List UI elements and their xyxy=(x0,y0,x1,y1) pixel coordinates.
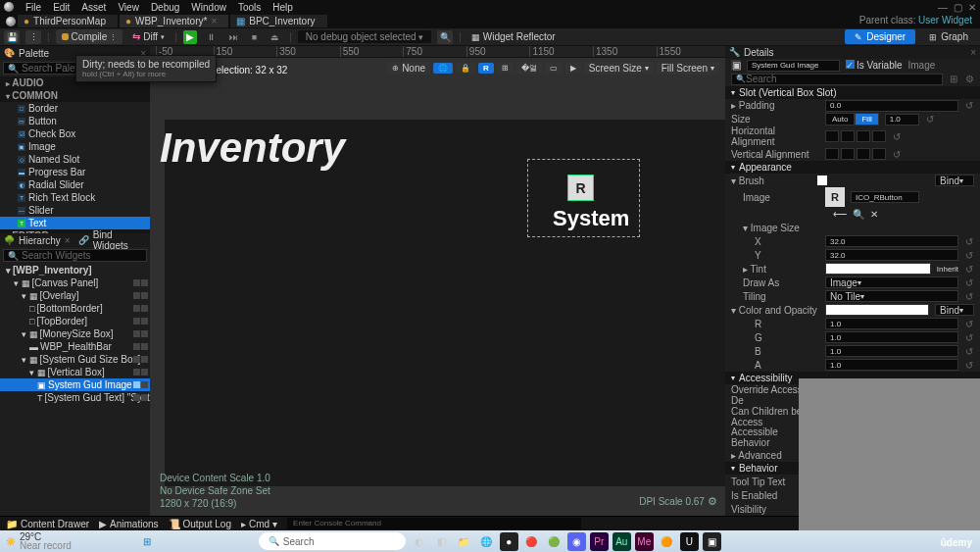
close-hierarchy-icon[interactable]: × xyxy=(65,235,71,246)
size-mode-segment[interactable]: AutoFill xyxy=(825,113,879,125)
browse-icon[interactable]: ⋮ xyxy=(25,30,41,44)
is-variable-checkbox[interactable]: ✓Is Variable xyxy=(846,60,903,71)
x-input[interactable]: 32.0 xyxy=(825,235,958,247)
menu-file[interactable]: File xyxy=(25,2,41,13)
minimize-icon[interactable]: — xyxy=(938,2,948,13)
padding-input[interactable]: 0.0 xyxy=(825,100,958,112)
save-icon[interactable]: 💾 xyxy=(4,30,20,44)
tab-bpc-inventory[interactable]: ▦BPC_Inventory xyxy=(230,15,326,27)
image-asset-select[interactable]: ICO_RButton xyxy=(851,191,919,203)
widget-name-input[interactable]: System Gud Image xyxy=(747,60,840,72)
palette-item-checkbox[interactable]: ☑Check Box xyxy=(0,127,150,140)
discord-icon[interactable]: ◉ xyxy=(567,532,586,551)
palette-item-text[interactable]: TText xyxy=(0,217,150,229)
copilot-icon[interactable]: ◐ xyxy=(410,532,428,551)
widget-canvas[interactable]: Inventory R System xyxy=(165,120,725,486)
hierarchy-root[interactable]: ▾ [WBP_Inventory] xyxy=(0,264,150,276)
menu-asset[interactable]: Asset xyxy=(81,2,106,13)
r-input[interactable]: 1.0 xyxy=(825,318,958,329)
hierarchy-topborder[interactable]: □ [TopBorder] xyxy=(0,315,150,327)
selection-box[interactable]: R System xyxy=(527,159,640,237)
eject-icon[interactable]: ⏏ xyxy=(267,31,283,43)
hierarchy-search[interactable]: 🔍 Search Widgets xyxy=(3,249,147,262)
bind-widgets-tab[interactable]: 🔗 Bind Widgets xyxy=(74,233,150,247)
hierarchy-overlay[interactable]: ▾ ▦ [Overlay] xyxy=(0,289,150,302)
stop-icon[interactable]: ■ xyxy=(248,31,261,43)
b-input[interactable]: 1.0 xyxy=(825,345,958,357)
menu-tools[interactable]: Tools xyxy=(238,2,261,13)
menu-window[interactable]: Window xyxy=(191,2,226,13)
palette-item-button[interactable]: ▭Button xyxy=(0,115,150,127)
brush-swatch[interactable] xyxy=(817,176,827,185)
y-input[interactable]: 32.0 xyxy=(825,249,958,261)
tab-thirdpersonmap[interactable]: ●ThirdPersonMap xyxy=(18,15,118,27)
section-slot[interactable]: ▾ Slot (Vertical Box Slot) xyxy=(725,86,980,99)
filter-icon[interactable]: ⊞ xyxy=(949,74,958,84)
fill-screen-select[interactable]: Fill Screen ▾ xyxy=(657,62,719,75)
system-gud-image-widget[interactable]: R xyxy=(567,175,594,201)
vp-lock-icon[interactable]: 🔒 xyxy=(456,63,475,74)
menu-view[interactable]: View xyxy=(118,2,139,13)
tint-swatch[interactable] xyxy=(825,263,931,275)
vp-outline-icon[interactable]: ▭ xyxy=(545,63,563,74)
app-icon-1[interactable]: ● xyxy=(500,532,518,551)
unreal-icon[interactable]: U xyxy=(680,532,699,551)
image-preview[interactable]: R xyxy=(825,187,845,207)
valign-buttons[interactable] xyxy=(825,148,886,160)
app-icon-2[interactable]: 🟢 xyxy=(545,532,564,551)
tiling-select[interactable]: No Tile ▾ xyxy=(825,290,958,302)
start-icon[interactable]: ⊞ xyxy=(138,532,157,551)
diff-button[interactable]: ⇆Diff▾ xyxy=(128,30,169,43)
hierarchy-moneysizebox[interactable]: ▾ ▦ [MoneySize Box] xyxy=(0,327,150,340)
cao-bind-button[interactable]: Bind ▾ xyxy=(935,304,974,316)
skip-icon[interactable]: ⏭ xyxy=(225,31,242,43)
reset-asset-icon[interactable]: ✕ xyxy=(870,209,878,220)
hierarchy-canvaspanel[interactable]: ▾ ▦ [Canvas Panel] xyxy=(0,276,150,289)
palette-item-progressbar[interactable]: ▬Progress Bar xyxy=(0,166,150,178)
close-tab-icon[interactable]: × xyxy=(211,16,217,26)
size-value-input[interactable]: 1.0 xyxy=(885,114,919,125)
output-log-button[interactable]: 📜 Output Log xyxy=(169,519,231,529)
taskbar-search[interactable]: 🔍 Search xyxy=(259,532,406,550)
a-input[interactable]: 1.0 xyxy=(825,359,958,371)
designer-viewport[interactable]: -50 150 350 550 750 950 1150 1350 1550 Z… xyxy=(150,46,725,516)
tab-wbp-inventory[interactable]: ●WBP_Inventory*× xyxy=(120,15,228,27)
reset-icon[interactable]: ↺ xyxy=(964,100,974,111)
palette-item-namedslot[interactable]: ◇Named Slot xyxy=(0,153,150,166)
settings-icon[interactable]: ⚙ xyxy=(964,74,974,84)
debug-object-select[interactable]: No debug object selected ▾ xyxy=(298,30,431,43)
play-button[interactable]: ▶ xyxy=(183,30,197,44)
cat-common[interactable]: ▾ COMMON xyxy=(0,89,150,102)
browse-to-icon[interactable]: 🔍 xyxy=(853,209,864,220)
weather-widget[interactable]: ☀️29°CNear record xyxy=(6,532,72,550)
animations-button[interactable]: ▶ Animations xyxy=(99,519,158,529)
designer-tab-button[interactable]: ✎ Designer xyxy=(845,29,915,44)
hierarchy-verticalbox[interactable]: ▾ ▦ [Vertical Box] xyxy=(0,366,150,378)
pause-icon[interactable]: ⏸ xyxy=(203,31,220,43)
palette-item-image[interactable]: ▣Image xyxy=(0,140,150,153)
section-appearance[interactable]: ▾ Appearance xyxy=(725,161,980,174)
close-details-icon[interactable]: × xyxy=(970,47,976,58)
halign-buttons[interactable] xyxy=(825,130,886,142)
g-input[interactable]: 1.0 xyxy=(825,331,958,343)
content-drawer-button[interactable]: 📁 Content Drawer xyxy=(6,519,89,529)
menu-debug[interactable]: Debug xyxy=(151,2,179,13)
cmd-select[interactable]: ▸ Cmd ▾ xyxy=(241,519,277,529)
drawas-select[interactable]: Image ▾ xyxy=(825,276,958,288)
menu-edit[interactable]: Edit xyxy=(53,2,70,13)
palette-item-slider[interactable]: —Slider xyxy=(0,204,150,217)
palette-item-border[interactable]: □Border xyxy=(0,102,150,115)
use-selected-icon[interactable]: ⟵ xyxy=(833,209,847,220)
maximize-icon[interactable]: ▢ xyxy=(954,2,962,13)
media-encoder-icon[interactable]: Me xyxy=(635,532,654,551)
find-icon[interactable]: 🔍 xyxy=(437,30,453,44)
blender-icon[interactable]: 🟠 xyxy=(658,532,676,551)
vp-none-button[interactable]: ⊕ None xyxy=(387,62,430,75)
screen-size-select[interactable]: Screen Size ▾ xyxy=(584,62,654,75)
console-command-input[interactable]: Enter Console Command xyxy=(287,518,581,529)
parent-class-link[interactable]: User Widget xyxy=(918,15,972,25)
compile-button[interactable]: Compile⋮ xyxy=(56,29,123,44)
hierarchy-systemgudtext[interactable]: T [System Gud Text] "System" xyxy=(0,391,150,404)
palette-item-radialslider[interactable]: ◐Radial Slider xyxy=(0,178,150,191)
graph-tab-button[interactable]: ⊞ Graph xyxy=(921,29,976,44)
